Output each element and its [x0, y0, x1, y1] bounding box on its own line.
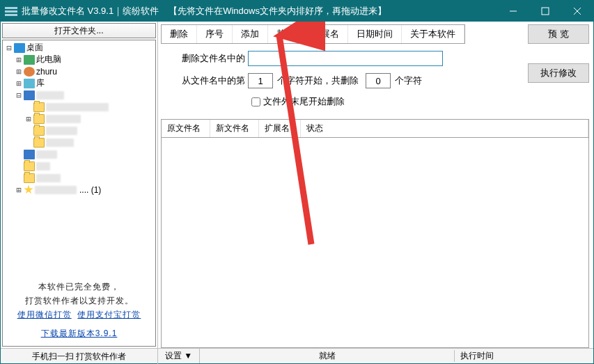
tab-number[interactable]: 序号 [197, 25, 233, 43]
open-folder-header[interactable]: 打开文件夹... [2, 23, 156, 38]
tree-item-blurred[interactable] [46, 103, 109, 111]
tab-about[interactable]: 关于本软件 [402, 25, 464, 43]
settings-menu[interactable]: 设置 ▼ [158, 349, 200, 363]
delete-substring-label: 删除文件名中的 [182, 52, 245, 65]
cloud-icon [24, 90, 35, 100]
svg-rect-1 [542, 8, 549, 15]
app-shortcut-icon [24, 150, 35, 159]
folder-icon [33, 126, 45, 136]
tab-add[interactable]: 添加 [233, 25, 268, 43]
folder-icon [33, 102, 45, 112]
from-tail-label: 文件外末尾开始删除 [263, 95, 345, 108]
tree-item-blurred[interactable] [46, 127, 77, 135]
tree-expand-icon[interactable]: ⊞ [14, 67, 24, 77]
tree-collapse-icon[interactable]: ⊟ [14, 90, 24, 100]
col-new[interactable]: 新文件名 [210, 120, 259, 137]
file-list[interactable] [161, 137, 589, 348]
status-time-label: 执行时间 [454, 350, 593, 362]
window-title-hint: 【先将文件在Windows文件夹内排好序，再拖动进来】 [169, 5, 386, 17]
folder-icon [33, 138, 45, 148]
tab-datetime[interactable]: 日期时间 [348, 25, 402, 43]
tree-item-blurred[interactable] [35, 186, 77, 194]
folder-icon [24, 161, 35, 171]
maximize-button[interactable] [529, 1, 561, 22]
star-icon [24, 185, 33, 195]
app-icon [5, 7, 17, 16]
titlebar: 批量修改文件名 V3.9.1｜缤纷软件 【先将文件在Windows文件夹内排好序… [1, 1, 593, 22]
tree-item-blurred[interactable] [36, 162, 50, 171]
tree-item-blurred[interactable] [46, 139, 74, 147]
pc-icon [24, 55, 35, 65]
file-list-header: 原文件名 新文件名 扩展名 状态 [161, 119, 589, 137]
free-text-1: 本软件已完全免费， [6, 281, 153, 293]
tree-collapse-icon[interactable]: ⊟ [4, 43, 14, 53]
user-icon [24, 67, 35, 77]
delete-substring-input[interactable] [248, 51, 443, 66]
free-text-2: 打赏软件作者以支持开发。 [6, 295, 153, 307]
tree-item-blurred[interactable] [36, 174, 61, 182]
tree-item-blurred[interactable] [46, 115, 81, 123]
tabs: 删除 序号 添加 替换 扩展名 日期时间 关于本软件 [161, 24, 465, 44]
tree-expand-icon[interactable]: ⊞ [24, 114, 33, 124]
sidebar: 打开文件夹... ⊟桌面 ⊞此电脑 ⊞zhuru ⊞库 ⊟ · ⊞ · · · … [1, 22, 158, 348]
col-status[interactable]: 状态 [301, 120, 588, 137]
status-bar: 手机扫一扫 打赏软件作者 设置 ▼ 就绪 执行时间 [1, 348, 593, 363]
col-ext[interactable]: 扩展名 [259, 120, 301, 137]
preview-button[interactable]: 预 览 [528, 24, 589, 44]
tree-item-desktop[interactable]: 桌面 [26, 42, 43, 54]
delete-panel: 删除文件名中的 从文件名中的第 个字符开始，共删除 个字符 文件 [161, 44, 465, 119]
folder-icon [24, 173, 35, 183]
desktop-icon [14, 43, 25, 53]
tree-expand-icon[interactable]: ⊞ [14, 185, 24, 195]
main-panel: 删除 序号 添加 替换 扩展名 日期时间 关于本软件 删除文件名中的 [158, 22, 593, 348]
folder-tree[interactable]: ⊟桌面 ⊞此电脑 ⊞zhuru ⊞库 ⊟ · ⊞ · · · · · ⊞....… [2, 40, 156, 347]
tab-ext[interactable]: 扩展名 [304, 25, 348, 43]
col-original[interactable]: 原文件名 [162, 120, 210, 137]
tree-expand-icon[interactable]: ⊞ [14, 55, 24, 65]
close-button[interactable] [561, 1, 593, 22]
donate-alipay-link[interactable]: 使用支付宝打赏 [77, 310, 141, 319]
delete-count-input[interactable] [366, 73, 391, 88]
window-title: 批量修改文件名 V3.9.1｜缤纷软件 [22, 5, 159, 17]
status-ready: 就绪 [200, 350, 454, 362]
minimize-button[interactable] [497, 1, 529, 22]
tab-replace[interactable]: 替换 [268, 25, 304, 43]
tree-item-suffix: .... (1) [79, 185, 101, 195]
tree-item-blurred[interactable] [36, 91, 64, 100]
from-tail-checkbox[interactable] [251, 97, 260, 106]
tree-item-user[interactable]: zhuru [36, 67, 57, 77]
tree-item-thispc[interactable]: 此电脑 [36, 54, 61, 65]
from-char-label-c: 个字符 [395, 74, 422, 87]
status-qr-hint: 手机扫一扫 打赏软件作者 [1, 349, 158, 364]
tree-expand-icon[interactable]: ⊞ [14, 79, 24, 88]
start-index-input[interactable] [248, 73, 273, 88]
download-latest-link[interactable]: 下载最新版本3.9.1 [41, 329, 118, 338]
execute-button[interactable]: 执行修改 [528, 63, 589, 83]
donate-wechat-link[interactable]: 使用微信打赏 [17, 310, 72, 319]
library-icon [24, 79, 35, 88]
tree-item-blurred[interactable] [36, 150, 57, 159]
from-char-label-b: 个字符开始，共删除 [277, 74, 359, 87]
tab-delete[interactable]: 删除 [162, 25, 197, 43]
tree-item-lib[interactable]: 库 [36, 77, 45, 89]
folder-icon [33, 114, 45, 124]
from-char-label-a: 从文件名中的第 [182, 74, 245, 87]
